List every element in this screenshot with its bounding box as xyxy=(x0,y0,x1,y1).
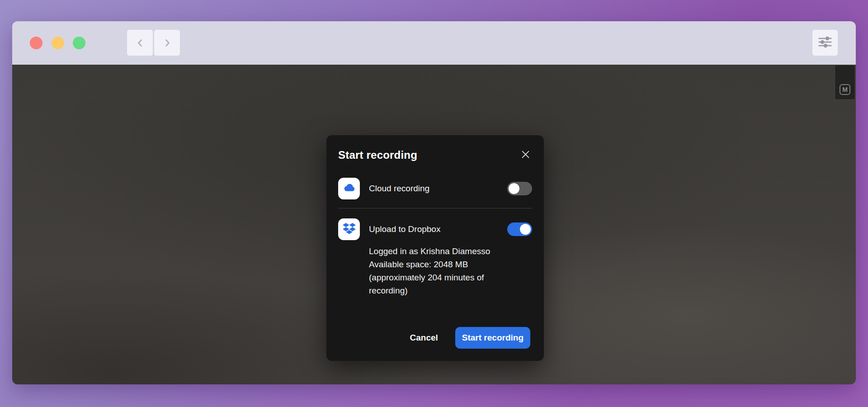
desktop-background: M Start recording xyxy=(0,0,868,407)
close-dialog-button[interactable] xyxy=(519,148,532,162)
recording-time-line: (approximately 204 minutes of recording) xyxy=(369,271,509,297)
dialog-title: Start recording xyxy=(338,149,417,161)
toggle-knob xyxy=(520,224,531,235)
zoom-traffic-light[interactable] xyxy=(73,37,85,49)
start-recording-dialog: Start recording xyxy=(326,135,544,361)
dialog-header: Start recording xyxy=(338,148,532,162)
cloud-recording-label: Cloud recording xyxy=(369,184,429,194)
browser-window: M Start recording xyxy=(12,21,856,384)
forward-button[interactable] xyxy=(154,30,180,56)
sliders-icon xyxy=(818,36,832,49)
cloud-recording-toggle[interactable] xyxy=(507,182,532,195)
dialog-actions: Cancel Start recording xyxy=(410,327,530,349)
chevron-left-icon xyxy=(135,38,145,48)
row-divider xyxy=(338,208,532,208)
cancel-button[interactable]: Cancel xyxy=(410,333,438,343)
close-icon xyxy=(521,150,530,161)
dropbox-upload-toggle[interactable] xyxy=(507,222,532,236)
logged-in-line: Logged in as Krishna Diamesso xyxy=(369,245,509,258)
minimize-traffic-light[interactable] xyxy=(52,37,64,49)
side-extension-strip: M xyxy=(835,66,854,99)
available-space-line: Available space: 2048 MB xyxy=(369,258,509,271)
chevron-right-icon xyxy=(162,38,172,48)
shared-screen-area: M Start recording xyxy=(12,65,856,384)
toggle-knob xyxy=(509,183,519,194)
cloud-icon xyxy=(343,183,355,194)
close-traffic-light[interactable] xyxy=(30,37,42,49)
dropbox-icon xyxy=(343,223,356,236)
start-recording-button[interactable]: Start recording xyxy=(455,327,530,349)
m-extension-badge[interactable]: M xyxy=(840,84,850,95)
nav-button-group xyxy=(127,30,180,56)
back-button[interactable] xyxy=(127,30,153,56)
dropbox-account-details: Logged in as Krishna Diamesso Available … xyxy=(369,245,509,297)
dropbox-upload-row: Upload to Dropbox xyxy=(338,218,532,240)
settings-button[interactable] xyxy=(812,30,838,56)
cloud-app-tile xyxy=(338,178,360,199)
titlebar xyxy=(12,21,856,65)
cloud-recording-row: Cloud recording xyxy=(338,178,532,199)
dropbox-app-tile xyxy=(338,218,360,240)
dropbox-upload-label: Upload to Dropbox xyxy=(369,224,440,234)
